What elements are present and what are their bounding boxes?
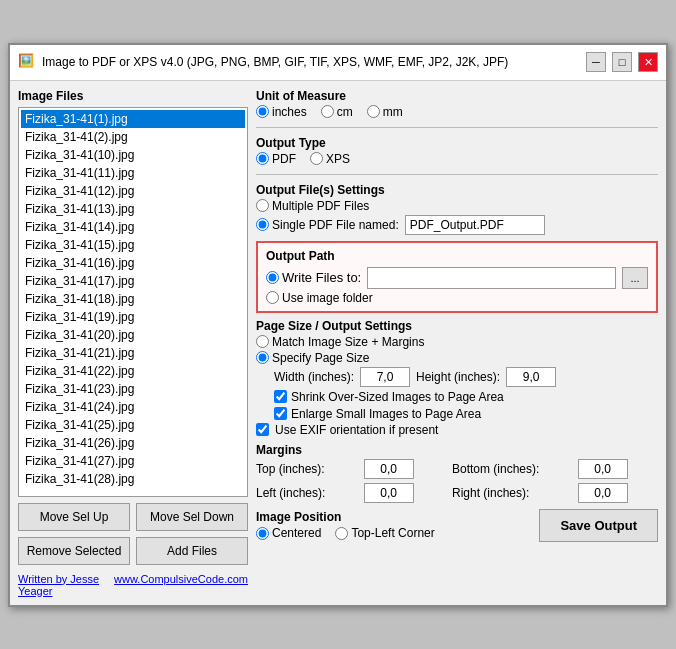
output-pdf-radio[interactable] (256, 152, 269, 165)
write-files-radio[interactable] (266, 271, 279, 284)
single-pdf-row: Single PDF File named: (256, 215, 658, 235)
list-item[interactable]: Fizika_31-41(2).jpg (21, 128, 245, 146)
match-image-option[interactable]: Match Image Size + Margins (256, 335, 424, 349)
page-size-title: Page Size / Output Settings (256, 319, 658, 333)
list-item[interactable]: Fizika_31-41(18).jpg (21, 290, 245, 308)
maximize-button[interactable]: □ (612, 52, 632, 72)
add-files-button[interactable]: Add Files (136, 537, 248, 565)
unit-radio-row: inches cm mm (256, 105, 658, 119)
width-input[interactable] (360, 367, 410, 387)
browse-button[interactable]: ... (622, 267, 648, 289)
shrink-checkbox[interactable] (274, 390, 287, 403)
list-item[interactable]: Fizika_31-41(22).jpg (21, 362, 245, 380)
enlarge-checkbox[interactable] (274, 407, 287, 420)
image-position-title: Image Position (256, 510, 435, 524)
move-sel-up-button[interactable]: Move Sel Up (18, 503, 130, 531)
width-label: Width (inches): (274, 370, 354, 384)
bottom-margin-input[interactable] (578, 459, 628, 479)
match-image-radio[interactable] (256, 335, 269, 348)
list-item[interactable]: Fizika_31-41(13).jpg (21, 200, 245, 218)
list-item[interactable]: Fizika_31-41(21).jpg (21, 344, 245, 362)
shrink-label: Shrink Over-Sized Images to Page Area (291, 390, 504, 404)
list-item[interactable]: Fizika_31-41(17).jpg (21, 272, 245, 290)
list-item[interactable]: Fizika_31-41(24).jpg (21, 398, 245, 416)
image-position-section: Image Position Centered Top-Left Corner … (256, 509, 658, 542)
height-label: Height (inches): (416, 370, 500, 384)
specify-page-row: Specify Page Size (256, 351, 658, 365)
list-item[interactable]: Fizika_31-41(27).jpg (21, 452, 245, 470)
specify-page-radio[interactable] (256, 351, 269, 364)
list-item[interactable]: Fizika_31-41(25).jpg (21, 416, 245, 434)
list-item[interactable]: Fizika_31-41(20).jpg (21, 326, 245, 344)
page-size-section: Page Size / Output Settings Match Image … (256, 319, 658, 437)
file-list[interactable]: Fizika_31-41(1).jpgFizika_31-41(2).jpgFi… (18, 107, 248, 497)
list-item[interactable]: Fizika_31-41(26).jpg (21, 434, 245, 452)
left-margin-input[interactable] (364, 483, 414, 503)
write-files-option[interactable]: Write Files to: (266, 270, 361, 285)
bottom-label: Bottom (inches): (452, 462, 570, 476)
multiple-pdf-option[interactable]: Multiple PDF Files (256, 199, 369, 213)
list-item[interactable]: Fizika_31-41(28).jpg (21, 470, 245, 488)
output-type-title: Output Type (256, 136, 658, 150)
output-xps-radio[interactable] (310, 152, 323, 165)
output-path-section: Output Path Write Files to: ... Use imag… (256, 241, 658, 313)
minimize-button[interactable]: ─ (586, 52, 606, 72)
unit-mm[interactable]: mm (367, 105, 403, 119)
image-folder-radio[interactable] (266, 291, 279, 304)
match-image-row: Match Image Size + Margins (256, 335, 658, 349)
output-files-title: Output File(s) Settings (256, 183, 658, 197)
top-margin-input[interactable] (364, 459, 414, 479)
centered-radio[interactable] (256, 527, 269, 540)
list-item[interactable]: Fizika_31-41(1).jpg (21, 110, 245, 128)
list-item[interactable]: Fizika_31-41(14).jpg (21, 218, 245, 236)
margins-section: Margins Top (inches): Bottom (inches): L… (256, 443, 658, 503)
list-item[interactable]: Fizika_31-41(16).jpg (21, 254, 245, 272)
multiple-pdf-row: Multiple PDF Files (256, 199, 658, 213)
height-input[interactable] (506, 367, 556, 387)
top-label: Top (inches): (256, 462, 356, 476)
list-item[interactable]: Fizika_31-41(12).jpg (21, 182, 245, 200)
list-item[interactable]: Fizika_31-41(11).jpg (21, 164, 245, 182)
topleft-option[interactable]: Top-Left Corner (335, 526, 434, 540)
write-files-row: Write Files to: ... (266, 267, 648, 289)
footer-links: Written by Jesse Yeager www.CompulsiveCo… (18, 573, 248, 597)
author-link[interactable]: Written by Jesse Yeager (18, 573, 114, 597)
right-margin-input[interactable] (578, 483, 628, 503)
output-path-title: Output Path (266, 249, 648, 263)
image-folder-option[interactable]: Use image folder (266, 291, 373, 305)
list-item[interactable]: Fizika_31-41(19).jpg (21, 308, 245, 326)
right-label: Right (inches): (452, 486, 570, 500)
remove-selected-button[interactable]: Remove Selected (18, 537, 130, 565)
path-input[interactable] (367, 267, 616, 289)
single-pdf-radio[interactable] (256, 218, 269, 231)
list-item[interactable]: Fizika_31-41(10).jpg (21, 146, 245, 164)
unit-inches[interactable]: inches (256, 105, 307, 119)
list-item[interactable]: Fizika_31-41(23).jpg (21, 380, 245, 398)
centered-option[interactable]: Centered (256, 526, 321, 540)
save-output-button[interactable]: Save Output (539, 509, 658, 542)
unit-inches-radio[interactable] (256, 105, 269, 118)
output-pdf[interactable]: PDF (256, 152, 296, 166)
multiple-pdf-radio[interactable] (256, 199, 269, 212)
specify-page-option[interactable]: Specify Page Size (256, 351, 369, 365)
app-icon: 🖼️ (18, 53, 36, 71)
filename-input[interactable] (405, 215, 545, 235)
move-sel-down-button[interactable]: Move Sel Down (136, 503, 248, 531)
close-button[interactable]: ✕ (638, 52, 658, 72)
single-pdf-option[interactable]: Single PDF File named: (256, 218, 399, 232)
action-buttons-row: Remove Selected Add Files (18, 537, 248, 565)
output-xps[interactable]: XPS (310, 152, 350, 166)
list-item[interactable]: Fizika_31-41(15).jpg (21, 236, 245, 254)
enlarge-row: Enlarge Small Images to Page Area (274, 407, 658, 421)
titlebar-controls: ─ □ ✕ (586, 52, 658, 72)
website-link[interactable]: www.CompulsiveCode.com (114, 573, 248, 597)
exif-row: Use EXIF orientation if present (256, 423, 658, 437)
margins-grid: Top (inches): Bottom (inches): Left (inc… (256, 459, 658, 503)
unit-cm-radio[interactable] (321, 105, 334, 118)
margins-title: Margins (256, 443, 658, 457)
content-area: Image Files Fizika_31-41(1).jpgFizika_31… (10, 81, 666, 605)
exif-checkbox[interactable] (256, 423, 269, 436)
unit-mm-radio[interactable] (367, 105, 380, 118)
unit-cm[interactable]: cm (321, 105, 353, 119)
topleft-radio[interactable] (335, 527, 348, 540)
